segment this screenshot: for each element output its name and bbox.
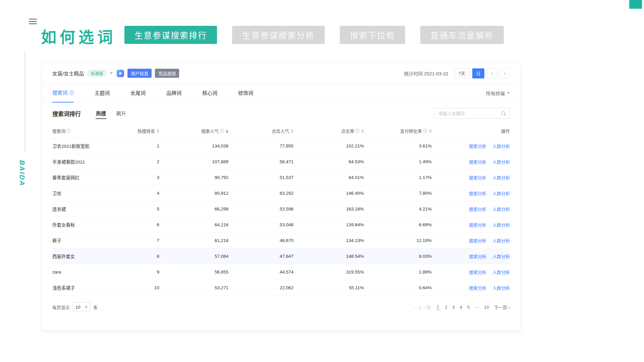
table-row[interactable]: 半身裙春款2021 2 107,889 56,471 84.53% 1.49% …	[52, 154, 510, 170]
search-input[interactable]	[438, 111, 501, 116]
row-conversion-rate: 8.03%	[364, 254, 432, 259]
page-button-5[interactable]: 5	[467, 305, 470, 310]
table-row[interactable]: 卫衣 4 80,912 63,292 146.40% 7.80% 搜索分析 人群…	[52, 185, 510, 201]
search-analysis-link[interactable]: 搜索分析	[469, 285, 486, 291]
row-click-rate: 102.21%	[293, 143, 364, 148]
page-button-2[interactable]: 2	[445, 305, 447, 310]
crowd-analysis-link[interactable]: 人群分析	[492, 143, 510, 149]
row-click-popularity: 51,537	[228, 175, 293, 180]
help-icon[interactable]: ?	[355, 129, 360, 133]
page-button-10[interactable]: 10	[484, 305, 489, 310]
terminal-selector[interactable]: 所有终端	[486, 90, 510, 97]
row-click-rate: 139.64%	[293, 222, 364, 227]
col-label: 点击人气	[272, 128, 289, 134]
tab-brand-words[interactable]: 品牌词	[166, 84, 181, 103]
help-icon[interactable]: ?	[423, 129, 427, 133]
table-row[interactable]: 西装外套女 8 57,084 47,647 148.54% 8.03% 搜索分析…	[52, 248, 510, 264]
sort-icon[interactable]	[157, 129, 159, 133]
next-date-button[interactable]: ›	[500, 68, 510, 78]
col-header-search-popularity[interactable]: 搜索人气 ?	[159, 128, 228, 134]
competitor-badge[interactable]: 竞品透视	[155, 69, 179, 78]
sort-icon[interactable]	[291, 129, 293, 133]
per-page-select[interactable]: 10	[72, 302, 91, 312]
page-ellipsis[interactable]: ···	[475, 305, 479, 310]
crowd-analysis-link[interactable]: 人群分析	[492, 269, 510, 275]
search-analysis-link[interactable]: 搜索分析	[469, 237, 486, 244]
crowd-analysis-link[interactable]: 人群分析	[492, 222, 510, 228]
sort-icon[interactable]	[429, 129, 432, 133]
col-header-rank[interactable]: 热搜排名	[129, 128, 159, 134]
next-page-button[interactable]: 下一页 ›	[494, 304, 510, 310]
subtab-hot-search[interactable]: 热搜	[96, 108, 106, 119]
row-actions: 搜索分析 人群分析	[432, 190, 510, 196]
table-row[interactable]: 外套女春秋 6 64,216 53,048 139.64% 6.69% 搜索分析…	[52, 217, 510, 233]
table-row[interactable]: 卫衣2021新款宽松 1 134,038 77,955 102.21% 3.61…	[52, 138, 510, 154]
sort-icon-active[interactable]	[226, 129, 228, 133]
table-row[interactable]: 春季套装网红 3 90,792 51,537 84.01% 1.17% 搜索分析…	[52, 170, 510, 185]
row-click-popularity: 46,670	[228, 238, 293, 243]
col-header-conversion-rate[interactable]: 支付转化率 ?	[364, 128, 432, 134]
top-tabs: 生意参谋搜索排行 生意参谋搜索分析 搜索下拉框 直通车流量解析	[124, 26, 504, 44]
crowd-analysis-link[interactable]: 人群分析	[492, 285, 510, 291]
crowd-analysis-link[interactable]: 人群分析	[492, 237, 510, 244]
search-words-table: 搜索词 ? 热搜排名 搜索人气 ? 点击人气 点击率 ? 支	[52, 124, 510, 296]
crowd-analysis-link[interactable]: 人群分析	[492, 174, 510, 181]
prev-date-button[interactable]: ‹	[487, 68, 497, 78]
word-type-tabs: 搜索词 ? 主题词 长尾词 品牌词 核心词 修饰词 所有终端	[42, 84, 520, 103]
tab-longtail-words[interactable]: 长尾词	[130, 84, 146, 103]
category-selector[interactable]: 女装/女士精品	[52, 70, 84, 77]
col-header-click-popularity[interactable]: 点击人气	[228, 128, 293, 134]
col-header-keyword[interactable]: 搜索词 ?	[52, 128, 129, 134]
help-icon[interactable]: ?	[220, 129, 224, 133]
top-tab-search-analysis[interactable]: 生意参谋搜索分析	[232, 26, 325, 44]
menu-icon[interactable]	[29, 19, 37, 26]
page-button-1[interactable]: 1	[436, 304, 440, 310]
crowd-analysis-link[interactable]: 人群分析	[492, 159, 510, 165]
top-tab-ztc-traffic[interactable]: 直通车流量解析	[420, 26, 504, 44]
version-badge: 标准版	[87, 69, 107, 77]
row-actions: 搜索分析 人群分析	[432, 222, 510, 228]
tab-search-words[interactable]: 搜索词 ?	[52, 84, 74, 103]
row-click-popularity: 47,647	[228, 254, 293, 259]
subtab-rising[interactable]: 飙升	[116, 108, 126, 119]
search-analysis-link[interactable]: 搜索分析	[469, 190, 486, 196]
tab-topic-words[interactable]: 主题词	[95, 84, 110, 103]
col-header-click-rate[interactable]: 点击率 ?	[293, 128, 364, 134]
row-conversion-rate: 12.19%	[364, 238, 432, 243]
search-analysis-link[interactable]: 搜索分析	[469, 143, 486, 149]
search-analysis-link[interactable]: 搜索分析	[469, 253, 486, 259]
per-page-control: 每页显示 10 条	[52, 302, 98, 312]
prev-page-button[interactable]: ‹ 上一页	[415, 304, 431, 310]
search-analysis-link[interactable]: 搜索分析	[469, 206, 486, 212]
help-icon[interactable]: ?	[66, 129, 71, 133]
page-button-4[interactable]: 4	[460, 305, 462, 310]
row-rank: 9	[129, 269, 159, 275]
crowd-analysis-link[interactable]: 人群分析	[492, 253, 510, 259]
range-day-button[interactable]: 日	[472, 68, 484, 78]
table-row[interactable]: 裤子 7 61,218 46,670 134.13% 12.19% 搜索分析 人…	[52, 233, 510, 248]
top-tab-search-dropdown[interactable]: 搜索下拉框	[340, 26, 405, 44]
sort-icon[interactable]	[361, 129, 364, 133]
table-body: 卫衣2021新款宽松 1 134,038 77,955 102.21% 3.61…	[52, 138, 510, 296]
help-icon[interactable]: ?	[69, 90, 74, 95]
table-row[interactable]: 连衣裙 5 66,299 53,596 163.18% 4.21% 搜索分析 人…	[52, 201, 510, 217]
row-keyword: 西装外套女	[52, 253, 129, 259]
user-info-badge[interactable]: 用户信息	[127, 69, 152, 78]
row-actions: 搜索分析 人群分析	[432, 253, 510, 259]
range-7day-button[interactable]: 7天	[454, 68, 470, 78]
crowd-analysis-link[interactable]: 人群分析	[492, 190, 510, 196]
top-tab-search-ranking[interactable]: 生意参谋搜索排行	[124, 26, 217, 44]
corner-accent	[629, 0, 642, 9]
search-analysis-link[interactable]: 搜索分析	[469, 174, 486, 181]
table-row[interactable]: zara 9 56,855 44,574 319.55% 1.89% 搜索分析 …	[52, 264, 510, 280]
search-analysis-link[interactable]: 搜索分析	[469, 222, 486, 228]
table-row[interactable]: 浅色系裙子 10 53,271 22,062 55.11% 0.64% 搜索分析…	[52, 280, 510, 296]
search-icon[interactable]	[501, 111, 506, 116]
tab-modifier-words[interactable]: 修饰词	[238, 84, 253, 103]
chevron-down-icon[interactable]	[110, 72, 113, 74]
search-analysis-link[interactable]: 搜索分析	[469, 159, 486, 165]
tab-core-words[interactable]: 核心词	[202, 84, 217, 103]
page-button-3[interactable]: 3	[452, 305, 454, 310]
search-analysis-link[interactable]: 搜索分析	[469, 269, 486, 275]
crowd-analysis-link[interactable]: 人群分析	[492, 206, 510, 212]
